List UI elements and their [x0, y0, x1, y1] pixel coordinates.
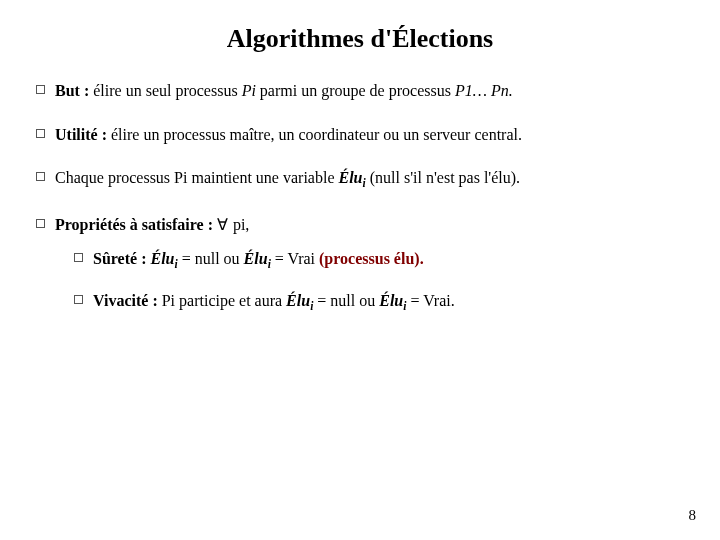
bullet-utilite-text: Utilité : élire un processus maître, un …: [55, 124, 522, 146]
square-bullet-icon: [74, 295, 83, 304]
bullet-but-text: But : élire un seul processus Pi parmi u…: [55, 80, 513, 102]
slide-title: Algorithmes d'Élections: [36, 24, 684, 54]
bullet-proprietes-text: Propriétés à satisfaire : ∀ pi,: [55, 214, 249, 236]
bullet-utilite: Utilité : élire un processus maître, un …: [36, 124, 684, 146]
square-bullet-icon: [36, 129, 45, 138]
bullet-variable: Chaque processus Pi maintient une variab…: [36, 167, 684, 192]
bullet-proprietes: Propriétés à satisfaire : ∀ pi,: [36, 214, 684, 236]
bullet-variable-text: Chaque processus Pi maintient une variab…: [55, 167, 520, 192]
slide: Algorithmes d'Élections But : élire un s…: [0, 0, 720, 540]
square-bullet-icon: [74, 253, 83, 262]
bullet-surete-text: Sûreté : Élui = null ou Élui = Vrai (pro…: [93, 248, 424, 273]
bullet-vivacite-text: Vivacité : Pi participe et aura Élui = n…: [93, 290, 455, 315]
bullet-but: But : élire un seul processus Pi parmi u…: [36, 80, 684, 102]
square-bullet-icon: [36, 85, 45, 94]
bullet-vivacite: Vivacité : Pi participe et aura Élui = n…: [74, 290, 684, 315]
page-number: 8: [689, 507, 697, 524]
square-bullet-icon: [36, 172, 45, 181]
square-bullet-icon: [36, 219, 45, 228]
inner-bullets: Sûreté : Élui = null ou Élui = Vrai (pro…: [74, 248, 684, 315]
bullet-surete: Sûreté : Élui = null ou Élui = Vrai (pro…: [74, 248, 684, 273]
